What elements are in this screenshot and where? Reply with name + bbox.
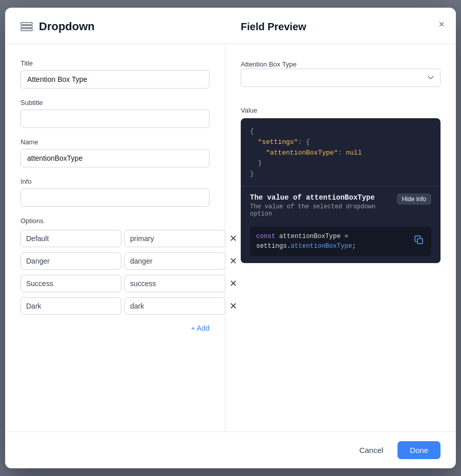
title-group: Title — [20, 59, 209, 89]
preview-title: Field Preview — [241, 21, 306, 33]
hide-info-button[interactable]: Hide info — [397, 193, 431, 205]
name-input[interactable] — [20, 149, 209, 167]
option-label-1[interactable] — [20, 230, 121, 247]
option-row-1: ✕ — [20, 230, 209, 247]
cancel-button[interactable]: Cancel — [351, 441, 391, 459]
modal-title: Dropdown — [39, 20, 95, 33]
done-button[interactable]: Done — [397, 441, 441, 459]
option-value-4[interactable] — [124, 297, 225, 315]
name-group: Name — [20, 138, 209, 167]
name-label: Name — [20, 138, 209, 146]
option-label-2[interactable] — [20, 252, 121, 270]
option-value-1[interactable] — [124, 230, 225, 247]
option-row-3: ✕ — [20, 275, 209, 292]
option-label-3[interactable] — [20, 275, 121, 292]
info-group: Info — [20, 178, 209, 207]
info-text-group: The value of attentionBoxType The value … — [250, 193, 397, 223]
svg-rect-0 — [21, 23, 32, 25]
info-label: Info — [20, 178, 209, 185]
modal: Dropdown Field Preview × Title Subtitle … — [5, 8, 456, 468]
option-row-4: ✕ — [20, 297, 209, 315]
code-block: { "settings": { "attentionBoxType": null… — [241, 118, 441, 263]
info-panel: The value of attentionBoxType The value … — [241, 186, 441, 264]
title-label: Title — [20, 59, 209, 67]
subtitle-input[interactable] — [20, 110, 209, 128]
options-label: Options — [20, 217, 209, 225]
option-value-2[interactable] — [124, 252, 225, 270]
right-panel: Attention Box Type Default Danger Succes… — [225, 44, 456, 431]
copy-button[interactable] — [413, 234, 425, 249]
info-title: The value of attentionBoxType — [250, 193, 397, 202]
subtitle-label: Subtitle — [20, 99, 209, 106]
close-button[interactable]: × — [436, 17, 447, 31]
preview-field-label: Attention Box Type — [241, 60, 297, 68]
preview-dropdown[interactable]: Default Danger Success Dark — [241, 69, 441, 87]
svg-rect-1 — [21, 26, 32, 28]
info-desc: The value of the selected dropdown optio… — [250, 203, 397, 218]
subtitle-group: Subtitle — [20, 99, 209, 128]
option-value-3[interactable] — [124, 275, 225, 292]
add-option-button[interactable]: + Add — [191, 322, 209, 334]
code-content: { "settings": { "attentionBoxType": null… — [241, 118, 441, 186]
dropdown-icon — [20, 22, 33, 31]
preview-field-group: Attention Box Type Default Danger Succes… — [241, 59, 441, 96]
options-section: Options ✕ ✕ ✕ — [20, 217, 209, 334]
option-label-4[interactable] — [20, 297, 121, 315]
code-snippet: const attentionBoxType = settings.attent… — [250, 227, 431, 256]
left-panel: Title Subtitle Name Info Options — [5, 44, 225, 431]
svg-rect-2 — [21, 29, 32, 31]
svg-rect-3 — [417, 239, 423, 244]
title-input[interactable] — [20, 70, 209, 89]
value-label: Value — [241, 106, 441, 114]
option-row-2: ✕ — [20, 252, 209, 270]
info-input[interactable] — [20, 188, 209, 207]
snippet-text: const attentionBoxType = settings.attent… — [256, 232, 356, 251]
modal-footer: Cancel Done — [5, 431, 456, 468]
